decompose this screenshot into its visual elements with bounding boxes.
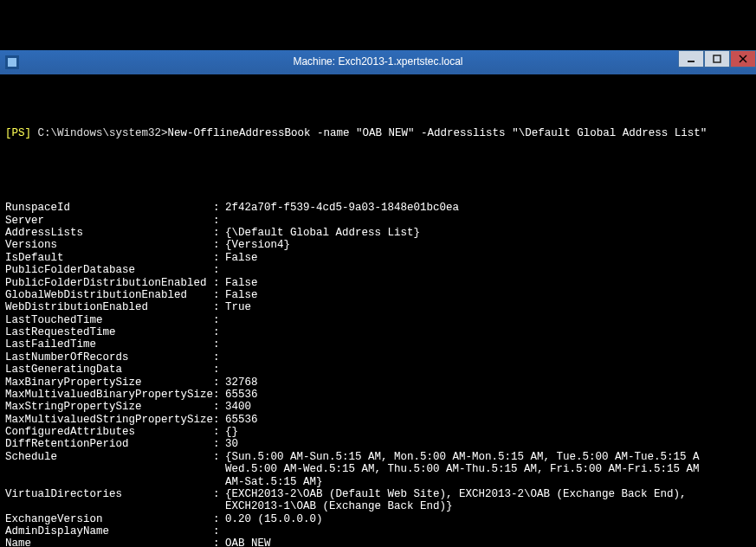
- output-key: IsDefault: [5, 252, 213, 264]
- output-row: AdminDisplayName:: [5, 525, 751, 537]
- output-colon: :: [213, 215, 225, 227]
- output-row: ConfiguredAttributes: {}: [5, 426, 751, 438]
- output-colon: :: [213, 289, 225, 301]
- output-row: LastGeneratingData:: [5, 364, 751, 376]
- output-row: ExchangeVersion: 0.20 (15.0.0.0): [5, 513, 751, 525]
- output-value: [225, 338, 751, 351]
- output-row: LastTouchedTime:: [5, 314, 751, 326]
- output-value: [225, 525, 751, 537]
- output-key: ExchangeVersion: [5, 513, 213, 525]
- command-text: New-OfflineAddressBook -name "OAB NEW" -…: [168, 127, 708, 139]
- output-colon: :: [213, 202, 225, 214]
- output-key: MaxMultivaluedStringPropertySize: [5, 414, 213, 426]
- output-row: PublicFolderDatabase:: [5, 264, 751, 276]
- output-value: [225, 351, 751, 364]
- output-value: {Sun.5:00 AM-Sun.5:15 AM, Mon.5:00 AM-Mo…: [225, 451, 751, 463]
- output-key: PublicFolderDistributionEnabled: [5, 277, 213, 289]
- output-value: 2f42a70f-f539-4cd5-9a03-1848e01bc0ea: [225, 202, 751, 214]
- output-row: AddressLists: {\Default Global Address L…: [5, 227, 751, 239]
- output-value: 3400: [225, 401, 751, 413]
- output-key: Schedule: [5, 451, 213, 463]
- output-colon: :: [213, 401, 225, 413]
- terminal-area[interactable]: [PS] C:\Windows\system32>New-OfflineAddr…: [0, 99, 756, 547]
- output-row: RunspaceId: 2f42a70f-f539-4cd5-9a03-1848…: [5, 202, 751, 214]
- output-colon: :: [213, 438, 225, 450]
- output-key: LastFailedTime: [5, 338, 213, 351]
- output-value: True: [225, 301, 751, 313]
- output-key: DiffRetentionPeriod: [5, 438, 213, 450]
- output-row: Schedule: {Sun.5:00 AM-Sun.5:15 AM, Mon.…: [5, 451, 751, 463]
- output-colon: :: [213, 301, 225, 313]
- output-colon: :: [213, 239, 225, 251]
- output-continuation: AM-Sat.5:15 AM}: [225, 476, 751, 488]
- output-row: DiffRetentionPeriod: 30: [5, 438, 751, 450]
- output-row: LastNumberOfRecords:: [5, 351, 751, 364]
- output-row: PublicFolderDistributionEnabled: False: [5, 277, 751, 289]
- output-colon: :: [213, 389, 225, 401]
- output-key: MaxBinaryPropertySize: [5, 376, 213, 389]
- output-value: [225, 215, 751, 227]
- output-key: RunspaceId: [5, 202, 213, 214]
- output-row: Server:: [5, 215, 751, 227]
- output-key: Versions: [5, 239, 213, 251]
- output-value: {Version4}: [225, 239, 751, 251]
- output-key: PublicFolderDatabase: [5, 264, 213, 276]
- output-key: LastRequestedTime: [5, 326, 213, 338]
- output-value: 65536: [225, 389, 751, 401]
- output-colon: :: [213, 364, 225, 376]
- window-titlebar: Machine: Exch2013-1.xpertstec.local: [0, 50, 756, 74]
- output-colon: :: [213, 376, 225, 389]
- output-row: MaxMultivaluedBinaryPropertySize: 65536: [5, 389, 751, 401]
- output-value: {EXCH2013-2\OAB (Default Web Site), EXCH…: [225, 488, 751, 500]
- output-colon: :: [213, 488, 225, 500]
- output-value: [225, 326, 751, 338]
- output-continuation: Wed.5:00 AM-Wed.5:15 AM, Thu.5:00 AM-Thu…: [225, 463, 751, 475]
- output-value: False: [225, 289, 751, 301]
- output-key: LastNumberOfRecords: [5, 351, 213, 364]
- prompt-line-1: [PS] C:\Windows\system32>New-OfflineAddr…: [5, 127, 751, 139]
- output-colon: :: [213, 426, 225, 438]
- output-colon: :: [213, 414, 225, 426]
- output-key: Name: [5, 537, 213, 547]
- output-colon: :: [213, 525, 225, 537]
- ps-tag: [PS]: [5, 127, 31, 139]
- command-output: RunspaceId: 2f42a70f-f539-4cd5-9a03-1848…: [5, 202, 751, 547]
- output-value: 0.20 (15.0.0.0): [225, 513, 751, 525]
- output-colon: :: [213, 252, 225, 264]
- output-row: MaxBinaryPropertySize: 32768: [5, 376, 751, 389]
- output-colon: :: [213, 537, 225, 547]
- output-continuation: EXCH2013-1\OAB (Exchange Back End)}: [225, 500, 751, 512]
- output-value: {}: [225, 426, 751, 438]
- output-value: OAB NEW: [225, 537, 751, 547]
- output-key: GlobalWebDistributionEnabled: [5, 289, 213, 301]
- output-value: 32768: [225, 376, 751, 389]
- output-colon: :: [213, 314, 225, 326]
- output-key: LastGeneratingData: [5, 364, 213, 376]
- ps-path: C:\Windows\system32>: [38, 127, 168, 139]
- output-value: [225, 364, 751, 376]
- output-key: ConfiguredAttributes: [5, 426, 213, 438]
- window-title: Machine: Exch2013-1.xpertstec.local: [0, 56, 756, 68]
- output-colon: :: [213, 264, 225, 276]
- output-row: MaxMultivaluedStringPropertySize: 65536: [5, 414, 751, 426]
- output-colon: :: [213, 513, 225, 525]
- output-value: {\Default Global Address List}: [225, 227, 751, 239]
- output-colon: :: [213, 338, 225, 351]
- output-key: WebDistributionEnabled: [5, 301, 213, 313]
- output-value: [225, 264, 751, 276]
- output-colon: :: [213, 451, 225, 463]
- output-row: GlobalWebDistributionEnabled: False: [5, 289, 751, 301]
- output-row: Versions: {Version4}: [5, 239, 751, 251]
- output-row: MaxStringPropertySize: 3400: [5, 401, 751, 413]
- output-key: AddressLists: [5, 227, 213, 239]
- output-key: VirtualDirectories: [5, 488, 213, 500]
- output-colon: :: [213, 227, 225, 239]
- output-key: MaxMultivaluedBinaryPropertySize: [5, 389, 213, 401]
- output-row: LastRequestedTime:: [5, 326, 751, 338]
- output-value: [225, 314, 751, 326]
- output-colon: :: [213, 326, 225, 338]
- output-row: LastFailedTime:: [5, 338, 751, 351]
- output-row: Name: OAB NEW: [5, 537, 751, 547]
- output-row: IsDefault: False: [5, 252, 751, 264]
- output-value: 30: [225, 438, 751, 450]
